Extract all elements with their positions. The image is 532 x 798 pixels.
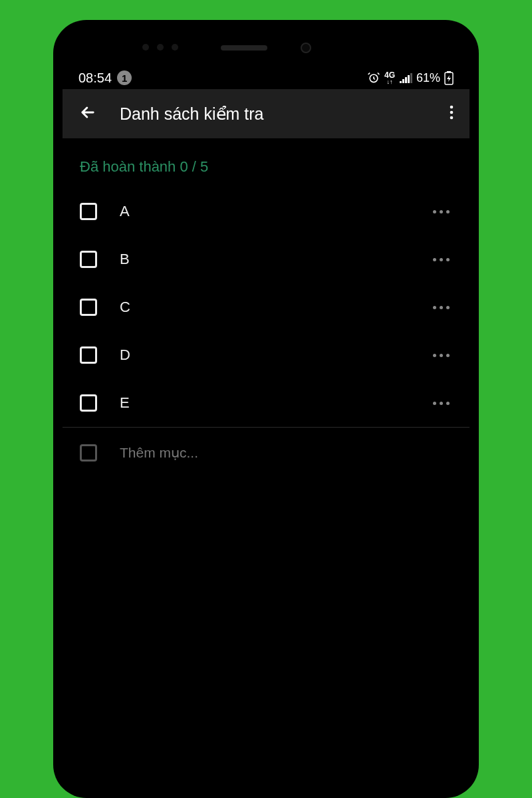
list-item[interactable]: D [80, 331, 452, 379]
item-more-icon[interactable] [433, 354, 452, 357]
checkbox-icon[interactable] [80, 346, 97, 364]
battery-charging-icon [444, 70, 454, 85]
item-label[interactable]: E [120, 394, 410, 412]
page-title: Danh sách kiểm tra [120, 104, 427, 124]
checkbox-icon[interactable] [80, 251, 97, 268]
notification-count-badge: 1 [117, 70, 132, 85]
checkbox-icon[interactable] [80, 394, 97, 412]
item-label[interactable]: C [120, 299, 410, 316]
add-item-placeholder[interactable]: Thêm mục... [120, 445, 198, 461]
checkbox-icon[interactable] [80, 299, 97, 316]
back-arrow-icon[interactable] [78, 103, 97, 124]
list-item[interactable]: C [80, 283, 452, 331]
battery-percent: 61% [416, 71, 440, 85]
progress-text: Đã hoàn thành 0 / 5 [80, 138, 452, 188]
signal-icon [399, 72, 412, 84]
overflow-menu-icon[interactable] [450, 104, 454, 123]
list-item[interactable]: A [80, 188, 452, 235]
status-bar: 08:54 1 4G ↓↑ 61% [63, 66, 469, 89]
item-more-icon[interactable] [433, 306, 452, 309]
add-item-row[interactable]: Thêm mục... [80, 428, 452, 475]
alarm-icon [367, 71, 380, 84]
list-item[interactable]: B [80, 235, 452, 283]
svg-rect-2 [447, 71, 451, 72]
item-label[interactable]: D [120, 346, 410, 364]
checkbox-icon[interactable] [80, 203, 97, 220]
status-time: 08:54 [78, 70, 112, 86]
item-label[interactable]: A [120, 203, 410, 220]
svg-point-3 [450, 106, 454, 109]
network-4g-icon: 4G ↓↑ [384, 71, 395, 85]
checkbox-disabled-icon [80, 444, 97, 462]
item-label[interactable]: B [120, 251, 410, 268]
item-more-icon[interactable] [433, 258, 452, 261]
svg-point-4 [450, 111, 454, 114]
item-more-icon[interactable] [433, 402, 452, 405]
item-more-icon[interactable] [433, 210, 452, 213]
app-header: Danh sách kiểm tra [63, 89, 469, 138]
svg-point-5 [450, 116, 454, 120]
phone-hardware-top [63, 29, 469, 66]
list-item[interactable]: E [80, 379, 452, 427]
